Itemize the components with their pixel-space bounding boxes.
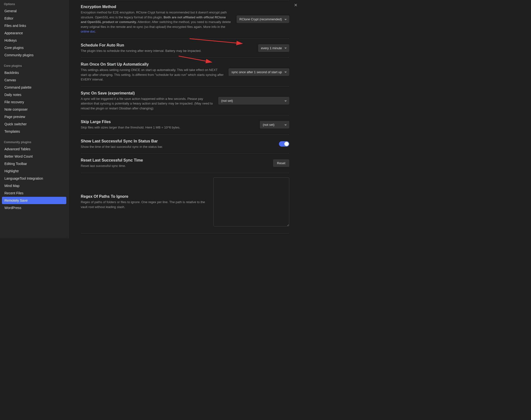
toggle-knob — [284, 142, 289, 146]
sync-on-save-select[interactable]: (not set) — [218, 97, 289, 105]
sidebar-item-community-plugins[interactable]: Community plugins — [2, 51, 66, 59]
encryption-method-select[interactable]: RClone Crypt (recommended) — [237, 15, 289, 23]
setting-schedule-auto-run: Schedule For Auto Run The plugin tries t… — [81, 38, 289, 58]
sidebar-options-label: Options — [2, 0, 66, 7]
sidebar-item-daily-notes[interactable]: Daily notes — [2, 91, 66, 98]
sidebar-item-note-composer[interactable]: Note composer — [2, 106, 66, 113]
sidebar-item-better-word-count[interactable]: Better Word Count — [2, 153, 66, 160]
sidebar-item-templates[interactable]: Templates — [2, 128, 66, 135]
sidebar-item-page-preview[interactable]: Page preview — [2, 113, 66, 120]
setting-title: Schedule For Auto Run — [81, 43, 253, 47]
sidebar-item-quick-switcher[interactable]: Quick switcher — [2, 120, 66, 128]
setting-desc: Skip files with sizes larger than the th… — [81, 125, 255, 130]
setting-run-once-startup: Run Once On Start Up Automatically This … — [81, 58, 289, 86]
online-doc-link[interactable]: online doc — [81, 30, 95, 33]
setting-desc: Show the time of the last successful syn… — [81, 144, 274, 149]
setting-desc: A sync will be triggered if a file save … — [81, 96, 213, 111]
sidebar-item-editing-toolbar[interactable]: Editing Toolbar — [2, 160, 66, 167]
sidebar-item-recent-files[interactable]: Recent Files — [2, 189, 66, 197]
setting-show-last-sync-status: Show Last Successful Sync In Status Bar … — [81, 134, 289, 154]
setting-title: Skip Large Files — [81, 120, 255, 124]
run-once-startup-select[interactable]: sync once after 1 second of start up — [229, 68, 289, 76]
settings-main: ✕ Encryption Method Encryption method fo… — [69, 0, 301, 238]
setting-title: Regex Of Paths To Ignore — [81, 194, 208, 199]
settings-sidebar: Options General Editor Files and links A… — [0, 0, 69, 238]
setting-encryption-method: Encryption Method Encryption method for … — [81, 0, 289, 38]
setting-desc: Regex of paths of folders or files to ig… — [81, 200, 208, 209]
setting-title: Encryption Method — [81, 5, 232, 9]
setting-desc: Encryption method for E2E encryption. RC… — [81, 10, 232, 34]
sidebar-item-remotely-save[interactable]: Remotely Save — [2, 197, 66, 204]
sidebar-item-hotkeys[interactable]: Hotkeys — [2, 37, 66, 44]
setting-title: Sync On Save (experimental) — [81, 91, 213, 95]
sidebar-item-backlinks[interactable]: Backlinks — [2, 69, 66, 76]
setting-sync-on-save: Sync On Save (experimental) A sync will … — [81, 86, 289, 115]
sidebar-item-editor[interactable]: Editor — [2, 15, 66, 22]
sidebar-item-command-palette[interactable]: Command palette — [2, 84, 66, 91]
setting-desc: Reset last successful sync time. — [81, 164, 268, 168]
sidebar-item-canvas[interactable]: Canvas — [2, 76, 66, 84]
sidebar-item-highlightr[interactable]: Highlightr — [2, 167, 66, 175]
setting-regex-ignore: Regex Of Paths To Ignore Regex of paths … — [81, 173, 289, 231]
sidebar-item-mind-map[interactable]: Mind Map — [2, 182, 66, 189]
reset-button[interactable]: Reset — [273, 159, 289, 167]
sidebar-item-appearance[interactable]: Appearance — [2, 29, 66, 37]
sidebar-core-label: Core plugins — [2, 62, 66, 69]
svg-line-0 — [190, 39, 242, 44]
schedule-auto-run-select[interactable]: every 1 minute — [258, 44, 289, 52]
setting-title: Show Last Successful Sync In Status Bar — [81, 139, 274, 143]
setting-reset-last-sync: Reset Last Successful Sync Time Reset la… — [81, 153, 289, 173]
regex-ignore-textarea[interactable] — [213, 178, 289, 226]
skip-large-files-select[interactable]: (not set) — [260, 121, 289, 129]
sidebar-item-languagetool[interactable]: LanguageTool Integration — [2, 175, 66, 182]
sidebar-item-general[interactable]: General — [2, 7, 66, 15]
setting-desc: The plugin tries to schedule the running… — [81, 48, 253, 53]
sidebar-item-file-recovery[interactable]: File recovery — [2, 98, 66, 106]
sidebar-item-core-plugins[interactable]: Core plugins — [2, 44, 66, 51]
close-icon[interactable]: ✕ — [294, 2, 297, 8]
setting-skip-large-files: Skip Large Files Skip files with sizes l… — [81, 115, 289, 134]
setting-desc: This settings allows setting running ONC… — [81, 68, 224, 82]
sidebar-community-label: Community plugins — [2, 138, 66, 145]
setting-title: Reset Last Successful Sync Time — [81, 158, 268, 163]
setting-title: Run Once On Start Up Automatically — [81, 62, 224, 67]
sidebar-item-files-links[interactable]: Files and links — [2, 22, 66, 29]
sidebar-item-advanced-tables[interactable]: Advanced Tables — [2, 145, 66, 153]
advanced-settings-header: Advanced Settings — [81, 233, 289, 239]
sidebar-item-wordpress[interactable]: WordPress — [2, 204, 66, 211]
show-last-sync-toggle[interactable] — [279, 141, 289, 147]
